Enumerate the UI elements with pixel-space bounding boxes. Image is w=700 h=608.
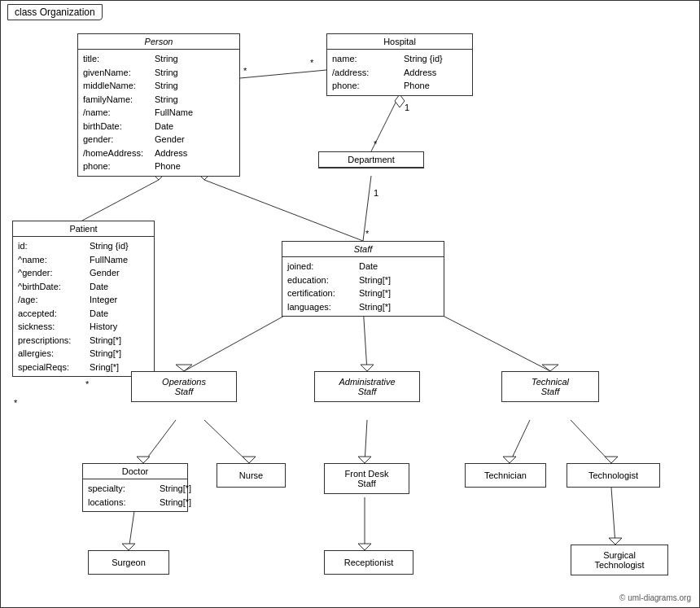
class-patient: Patient id:String {id} ^name:FullName ^g…	[12, 221, 155, 377]
svg-marker-30	[503, 457, 516, 463]
svg-text:*: *	[365, 229, 370, 238]
class-technician-title: Technician	[466, 464, 545, 487]
class-receptionist: Receptionist	[324, 550, 413, 575]
class-surgeon: Surgeon	[88, 550, 169, 575]
class-technical-staff-title: Technical Staff	[502, 372, 598, 401]
svg-line-31	[571, 420, 611, 463]
class-nurse-title: Nurse	[217, 464, 285, 487]
class-technician: Technician	[465, 463, 546, 488]
copyright: © uml-diagrams.org	[619, 593, 691, 602]
svg-text:*: *	[14, 398, 18, 408]
class-surgical-technologist-title: Surgical Technologist	[571, 545, 667, 575]
class-patient-title: Patient	[13, 221, 154, 237]
class-hospital-title: Hospital	[327, 34, 472, 50]
svg-line-23	[143, 420, 176, 463]
diagram-title: class Organization	[7, 4, 103, 20]
class-admin-staff-title: Administrative Staff	[315, 372, 419, 401]
svg-marker-22	[542, 365, 558, 371]
svg-marker-24	[137, 457, 150, 463]
svg-marker-26	[243, 457, 256, 463]
svg-line-27	[365, 420, 367, 463]
svg-marker-36	[358, 544, 371, 550]
class-front-desk: Front Desk Staff	[324, 463, 409, 494]
class-front-desk-title: Front Desk Staff	[325, 464, 409, 493]
diagram-container: class Organization * * 1 * 1 * * *	[0, 0, 700, 608]
class-technologist: Technologist	[567, 463, 660, 488]
svg-marker-34	[122, 544, 135, 550]
svg-line-7	[363, 176, 371, 241]
class-person-body: title:String givenName:String middleName…	[78, 50, 239, 176]
class-person-title: Person	[78, 34, 239, 50]
svg-line-37	[611, 488, 615, 545]
svg-line-3	[371, 94, 400, 151]
svg-marker-32	[605, 457, 618, 463]
class-patient-body: id:String {id} ^name:FullName ^gender:Ge…	[13, 237, 154, 376]
svg-line-25	[204, 420, 249, 463]
svg-marker-38	[609, 538, 622, 545]
svg-text:1: 1	[405, 103, 409, 112]
class-department-title: Department	[319, 152, 423, 168]
class-operations-staff-title: Operations Staff	[132, 372, 236, 401]
svg-line-12	[204, 180, 363, 241]
svg-marker-4	[395, 94, 405, 107]
class-department: Department	[318, 151, 424, 168]
class-doctor-title: Doctor	[83, 464, 187, 479]
class-doctor: Doctor specialty:String[*] locations:Str…	[82, 463, 188, 512]
svg-marker-28	[358, 457, 371, 463]
svg-text:*: *	[243, 66, 247, 76]
svg-marker-20	[361, 365, 374, 371]
class-staff-title: Staff	[282, 242, 444, 257]
svg-text:*: *	[374, 139, 378, 149]
class-surgical-technologist: Surgical Technologist	[571, 545, 668, 575]
class-doctor-body: specialty:String[*] locations:String[*]	[83, 479, 187, 511]
svg-text:*: *	[85, 379, 90, 389]
class-surgeon-title: Surgeon	[89, 551, 168, 574]
svg-line-33	[129, 505, 135, 550]
svg-line-0	[240, 70, 326, 78]
svg-line-29	[510, 420, 530, 463]
class-nurse: Nurse	[217, 463, 286, 488]
class-operations-staff: Operations Staff	[131, 371, 237, 402]
svg-text:1: 1	[374, 188, 378, 198]
svg-text:*: *	[310, 58, 314, 68]
class-staff-body: joined:Date education:String[*] certific…	[282, 257, 444, 316]
class-receptionist-title: Receptionist	[325, 551, 413, 574]
class-person: Person title:String givenName:String mid…	[77, 33, 240, 177]
class-technical-staff: Technical Staff	[501, 371, 599, 402]
class-admin-staff: Administrative Staff	[314, 371, 420, 402]
svg-marker-18	[176, 365, 192, 371]
svg-line-10	[82, 180, 159, 221]
class-hospital: Hospital name:String {id} /address:Addre…	[326, 33, 473, 96]
class-staff: Staff joined:Date education:String[*] ce…	[282, 241, 444, 317]
class-technologist-title: Technologist	[567, 464, 659, 487]
class-hospital-body: name:String {id} /address:Address phone:…	[327, 50, 472, 95]
